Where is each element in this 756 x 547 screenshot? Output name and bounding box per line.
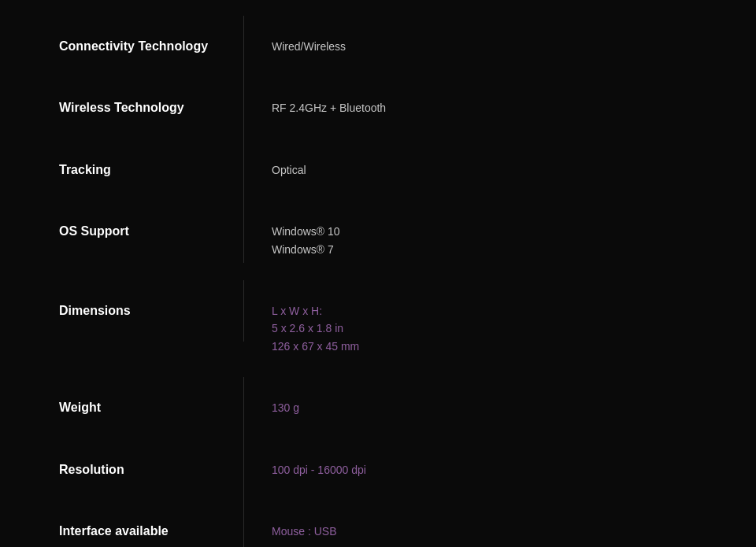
spec-value-col-interface-available: Mouse : USB (244, 523, 756, 540)
spec-row-wireless-technology: Wireless TechnologyRF 2.4GHz + Bluetooth (0, 77, 756, 139)
spec-value-os-support: Windows® 10Windows® 7 (272, 223, 756, 258)
spec-row-weight: Weight130 g (0, 377, 756, 438)
spec-label-col-resolution: Resolution (0, 461, 244, 479)
spec-label-connectivity-technology: Connectivity Technology (59, 39, 208, 53)
spec-value-tracking: Optical (272, 161, 756, 179)
specs-table: Connectivity TechnologyWired/WirelessWir… (0, 0, 756, 547)
spec-row-connectivity-technology: Connectivity TechnologyWired/Wireless (0, 16, 756, 77)
spec-value-col-os-support: Windows® 10Windows® 7 (244, 223, 756, 258)
spec-label-col-interface-available: Interface available (0, 523, 244, 540)
spec-label-resolution: Resolution (59, 463, 124, 476)
spec-value-col-connectivity-technology: Wired/Wireless (244, 38, 756, 55)
spec-label-col-tracking: Tracking (0, 161, 244, 179)
spec-value-interface-available: Mouse : USB (272, 523, 756, 540)
spec-row-interface-available: Interface availableMouse : USB (0, 501, 756, 547)
spec-value-connectivity-technology: Wired/Wireless (272, 38, 756, 55)
spec-row-resolution: Resolution100 dpi - 16000 dpi (0, 439, 756, 501)
spec-row-tracking: TrackingOptical (0, 139, 756, 201)
spec-label-col-wireless-technology: Wireless Technology (0, 99, 244, 116)
spec-label-weight: Weight (59, 401, 101, 414)
spec-value-col-tracking: Optical (244, 161, 756, 179)
spec-value-col-weight: 130 g (244, 399, 756, 416)
spec-label-wireless-technology: Wireless Technology (59, 101, 184, 114)
spec-row-os-support: OS SupportWindows® 10Windows® 7 (0, 201, 756, 280)
spec-value-weight: 130 g (272, 399, 756, 416)
spec-value-resolution: 100 dpi - 16000 dpi (272, 461, 756, 479)
spec-label-tracking: Tracking (59, 163, 111, 176)
spec-label-col-os-support: OS Support (0, 223, 244, 240)
spec-label-col-dimensions: Dimensions (0, 302, 244, 320)
spec-label-dimensions: Dimensions (59, 304, 131, 317)
spec-value-col-resolution: 100 dpi - 16000 dpi (244, 461, 756, 479)
spec-value-col-wireless-technology: RF 2.4GHz + Bluetooth (244, 99, 756, 116)
spec-value-dimensions: L x W x H:5 x 2.6 x 1.8 in126 x 67 x 45 … (272, 302, 756, 355)
spec-label-os-support: OS Support (59, 224, 129, 238)
spec-label-col-connectivity-technology: Connectivity Technology (0, 38, 244, 55)
spec-label-interface-available: Interface available (59, 524, 169, 538)
spec-value-col-dimensions: L x W x H:5 x 2.6 x 1.8 in126 x 67 x 45 … (244, 302, 756, 355)
spec-row-dimensions: DimensionsL x W x H:5 x 2.6 x 1.8 in126 … (0, 280, 756, 377)
spec-label-col-weight: Weight (0, 399, 244, 416)
spec-value-wireless-technology: RF 2.4GHz + Bluetooth (272, 99, 756, 116)
